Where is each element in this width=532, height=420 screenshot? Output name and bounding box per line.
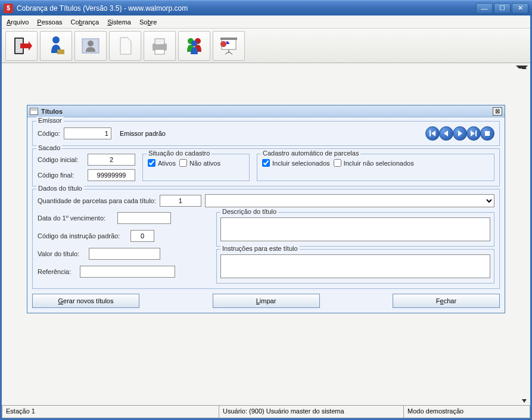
app-icon: $ [4,4,13,13]
cadastro-auto-fieldset: Cadastro automático de parcelas Incluir … [257,154,494,181]
data-venc-label: Data do 1º vencimento: [38,214,114,222]
nav-next-button[interactable] [453,126,467,141]
incluir-nao-sel-checkbox-label[interactable]: Incluir não selecionados [334,159,414,167]
data-venc-input[interactable] [117,212,171,224]
ref-label: Referência: [38,268,76,275]
toolbar-print-button[interactable] [144,31,176,61]
toolbar-contact-button[interactable] [74,31,107,61]
emissor-fieldset: Emissor Código: Emissor padrão [32,121,500,146]
incluir-nao-sel-checkbox[interactable] [334,159,341,167]
valor-input[interactable] [89,248,160,260]
record-nav-buttons [426,126,494,141]
maximize-button[interactable]: ☐ [494,3,511,14]
window-titlebar: $ Cobrança de Títulos (Versão 3.5) - www… [0,0,532,15]
toolbar-person-button[interactable] [40,31,72,61]
svg-rect-16 [485,131,490,136]
dados-fieldset: Dados do título Quantidade de parcelas p… [32,189,500,289]
svg-point-11 [191,41,197,46]
menubar: Arquivo Pessoas Cobrança Sistema Sobre [2,15,530,29]
panel-close-button[interactable]: ⊠ [493,107,502,116]
gerar-button[interactable]: Gerar novos títulos [32,294,139,308]
svg-rect-3 [57,49,64,54]
instrucao-label: Código da instrução padrão: [38,232,127,239]
svg-point-2 [52,36,60,43]
emissor-legend: Emissor [36,117,64,124]
status-estacao: Estação 1 [2,406,219,418]
panel-window-icon [30,108,38,115]
document-icon [114,35,136,57]
instrucoes-group: Instruções para este título [216,249,494,284]
descricao-legend: Descrição do título [220,208,278,215]
menu-arquivo[interactable]: Arquivo [7,18,29,26]
emissor-codigo-input[interactable] [64,127,111,139]
statusbar: Estação 1 Usuário: (900) Usuário master … [2,405,530,418]
sacado-legend: Sacado [36,144,62,151]
instrucao-input[interactable] [130,230,154,242]
ativos-checkbox-label[interactable]: Ativos [148,159,176,167]
svg-rect-8 [155,49,164,54]
close-button[interactable]: ✕ [512,3,528,14]
scroll-down-icon[interactable] [522,399,527,403]
svg-rect-14 [430,130,431,136]
fechar-button[interactable]: Fechar [393,294,500,308]
instrucoes-textarea[interactable] [220,254,490,278]
person-stamp-icon [45,35,67,57]
panel-titlebar: Títulos ⊠ [27,105,505,117]
toolbar-exit-button[interactable] [5,31,38,61]
nav-prev-button[interactable] [439,126,453,141]
toolbar-chart-button[interactable] [213,31,245,61]
instrucoes-legend: Instruções para este título [220,245,300,252]
emissor-nome-text: Emissor padrão [120,130,166,137]
cadastro-auto-legend: Cadastro automático de parcelas [261,150,360,157]
codigo-final-label: Código final: [38,172,84,179]
valor-label: Valor do título: [38,250,85,257]
qtd-parcelas-label: Quantidade de parcelas para cada título: [38,197,156,204]
descricao-group: Descrição do título [216,212,494,247]
emissor-codigo-label: Código: [38,130,60,137]
menu-sistema[interactable]: Sistema [107,18,131,26]
nao-ativos-checkbox[interactable] [179,159,187,167]
codigo-inicial-label: Código inicial: [38,156,84,163]
minimize-button[interactable]: — [476,3,493,14]
status-usuario: Usuário: (900) Usuário master do sistema [219,406,404,418]
window-title: Cobrança de Títulos (Versão 3.5) - www.w… [17,4,476,13]
presentation-chart-icon [218,35,239,57]
contact-card-icon [80,35,101,57]
svg-point-5 [88,41,94,46]
svg-rect-13 [220,38,237,40]
toolbar-group-button[interactable] [178,31,210,61]
toolbar-document-button[interactable] [109,31,141,61]
exit-door-icon [11,35,32,57]
descricao-textarea[interactable] [220,217,490,241]
sacado-fieldset: Sacado Código inicial: Código final: [32,148,500,186]
codigo-final-input[interactable] [88,169,135,181]
codigo-inicial-input[interactable] [88,154,135,166]
printer-icon [149,35,170,57]
nav-stop-button[interactable] [480,126,494,141]
limpar-button[interactable]: Limpar [213,294,320,308]
situacao-legend: Situação do cadastro [147,150,211,157]
dados-legend: Dados do título [36,185,84,192]
svg-rect-7 [155,39,164,45]
incluir-sel-checkbox[interactable] [262,159,270,167]
panel-title: Títulos [41,108,493,115]
scroll-up-icon[interactable] [522,66,527,69]
menu-cobranca[interactable]: Cobrança [71,18,99,26]
situacao-fieldset: Situação do cadastro Ativos Não ativos [142,154,250,181]
main-content-area: Títulos ⊠ Emissor Código: Emissor padrão [2,63,530,405]
ref-input[interactable] [80,266,175,278]
nav-last-button[interactable] [466,126,481,141]
toolbar [2,29,530,63]
menu-pessoas[interactable]: Pessoas [37,18,62,26]
ativos-checkbox[interactable] [148,159,155,167]
parcelas-select[interactable] [205,194,494,207]
qtd-parcelas-input[interactable] [160,195,201,207]
svg-rect-15 [475,130,477,136]
menu-sobre[interactable]: Sobre [139,18,157,26]
incluir-sel-checkbox-label[interactable]: Incluir selecionados [262,159,330,167]
status-modo: Modo demostração [404,406,530,418]
nav-first-button[interactable] [425,126,440,141]
titulos-panel: Títulos ⊠ Emissor Código: Emissor padrão [27,105,505,313]
people-group-icon [183,35,205,57]
nao-ativos-checkbox-label[interactable]: Não ativos [179,159,220,167]
